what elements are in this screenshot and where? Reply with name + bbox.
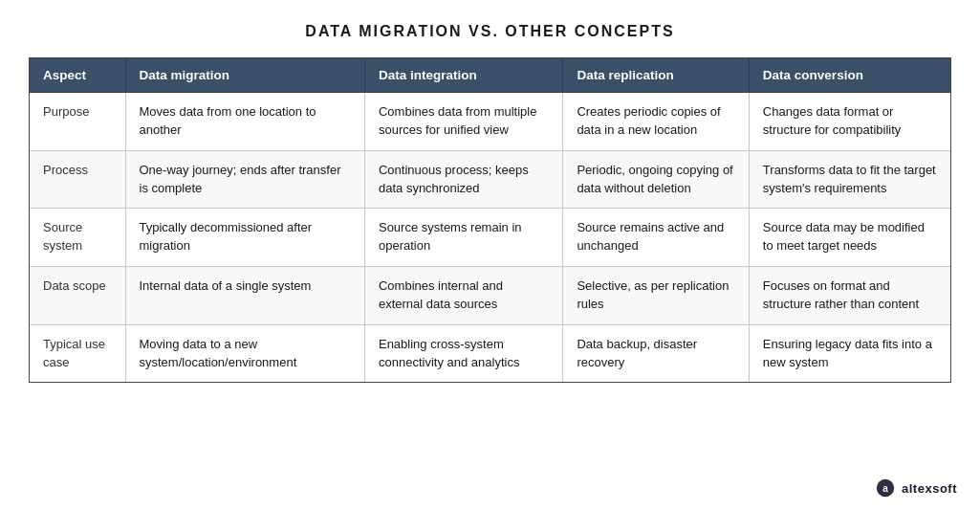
logo-area: a altexsoft	[875, 477, 957, 499]
cell-migration-1: One-way journey; ends after transfer is …	[125, 150, 364, 209]
cell-aspect-4: Typical use case	[30, 324, 125, 382]
table-row: Purpose Moves data from one location to …	[30, 93, 950, 151]
svg-text:a: a	[882, 483, 888, 494]
cell-conversion-0: Changes data format or structure for com…	[749, 93, 950, 151]
cell-integration-1: Continuous process; keeps data synchroni…	[364, 150, 562, 209]
cell-replication-1: Periodic, ongoing copying of data withou…	[563, 150, 749, 209]
cell-migration-4: Moving data to a new system/location/env…	[125, 324, 364, 382]
cell-replication-0: Creates periodic copies of data in a new…	[563, 93, 749, 151]
col-header-migration: Data migration	[125, 58, 364, 93]
cell-conversion-2: Source data may be modified to meet targ…	[749, 209, 950, 267]
altexsoft-logo-icon: a	[875, 477, 896, 499]
col-header-aspect: Aspect	[30, 58, 125, 93]
table-row: Typical use case Moving data to a new sy…	[30, 324, 950, 382]
table-row: Source system Typically decommissioned a…	[30, 209, 950, 267]
table-row: Process One-way journey; ends after tran…	[30, 150, 950, 209]
cell-replication-3: Selective, as per replication rules	[563, 267, 749, 325]
cell-aspect-2: Source system	[30, 209, 125, 267]
page-container: DATA MIGRATION VS. OTHER CONCEPTS Aspect…	[0, 0, 980, 510]
cell-integration-0: Combines data from multiple sources for …	[364, 93, 562, 151]
table-header-row: Aspect Data migration Data integration D…	[30, 58, 950, 93]
cell-migration-0: Moves data from one location to another	[125, 93, 364, 151]
logo-text: altexsoft	[902, 481, 957, 496]
page-title: DATA MIGRATION VS. OTHER CONCEPTS	[29, 23, 951, 40]
cell-migration-2: Typically decommissioned after migration	[125, 209, 364, 267]
table-row: Data scope Internal data of a single sys…	[30, 267, 950, 325]
cell-integration-3: Combines internal and external data sour…	[364, 267, 562, 325]
cell-conversion-4: Ensuring legacy data fits into a new sys…	[749, 324, 950, 382]
cell-aspect-0: Purpose	[30, 93, 125, 151]
cell-integration-2: Source systems remain in operation	[364, 209, 562, 267]
cell-aspect-3: Data scope	[30, 267, 125, 325]
cell-replication-4: Data backup, disaster recovery	[563, 324, 749, 382]
col-header-replication: Data replication	[563, 58, 749, 93]
cell-aspect-1: Process	[30, 150, 125, 209]
cell-replication-2: Source remains active and unchanged	[563, 209, 749, 267]
comparison-table-wrapper: Aspect Data migration Data integration D…	[29, 57, 951, 383]
cell-migration-3: Internal data of a single system	[125, 267, 364, 325]
comparison-table: Aspect Data migration Data integration D…	[30, 58, 950, 382]
cell-integration-4: Enabling cross-system connectivity and a…	[364, 324, 562, 382]
col-header-integration: Data integration	[364, 58, 562, 93]
cell-conversion-3: Focuses on format and structure rather t…	[749, 267, 950, 325]
cell-conversion-1: Transforms data to fit the target system…	[749, 150, 950, 209]
col-header-conversion: Data conversion	[749, 58, 950, 93]
